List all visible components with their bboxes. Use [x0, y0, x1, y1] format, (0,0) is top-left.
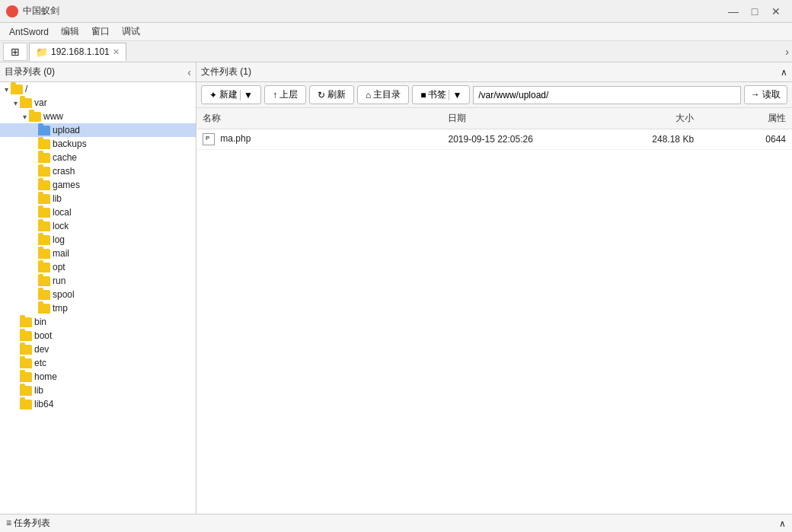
tree-label-log: log	[53, 234, 65, 245]
menu-antsword[interactable]: AntSword	[3, 25, 55, 39]
folder-icon-var	[20, 98, 32, 108]
folder-icon-games	[38, 180, 50, 190]
tree-item-spool[interactable]: spool	[0, 288, 196, 301]
tree-label-root: /	[25, 84, 27, 94]
tab-home-button[interactable]: ⊞	[3, 43, 27, 61]
left-panel-collapse-btn[interactable]: ‹	[187, 66, 191, 78]
folder-icon-root	[11, 84, 23, 94]
tree-item-crash[interactable]: crash	[0, 164, 196, 178]
tree-item-lib64[interactable]: lib64	[0, 397, 196, 411]
tree-label-backups: backups	[53, 139, 87, 149]
tree-item-bin[interactable]: bin	[0, 315, 196, 329]
window-controls: — □ ✕	[723, 4, 786, 19]
folder-icon-spool	[38, 290, 50, 300]
bookmark-dropdown-arrow[interactable]: ▼	[449, 90, 461, 100]
php-file-icon	[203, 133, 215, 145]
new-label: 新建	[219, 88, 238, 101]
up-button[interactable]: ↑ 上层	[264, 85, 306, 104]
tree-item-cache[interactable]: cache	[0, 151, 196, 164]
folder-icon-home	[20, 372, 32, 382]
tree-item-root[interactable]: ▾ /	[0, 82, 196, 96]
tree-item-var[interactable]: ▾ var	[0, 96, 196, 110]
tree-label-lib-var: lib	[53, 193, 62, 204]
tree-item-lib-root[interactable]: lib	[0, 384, 196, 397]
tree-label-lock: lock	[53, 221, 69, 231]
bottom-expand-btn[interactable]: ∧	[779, 518, 786, 529]
folder-icon-log	[38, 235, 50, 245]
expand-root-arrow[interactable]: ▾	[2, 85, 11, 94]
tree-label-upload: upload	[53, 125, 80, 135]
table-row[interactable]: ma.php 2019-09-15 22:05:26 248.18 Kb 064…	[196, 129, 792, 150]
directory-list-title: 目录列表 (0)	[5, 65, 55, 78]
folder-icon-www	[29, 112, 41, 122]
tree-label-local: local	[53, 207, 72, 218]
menu-edit[interactable]: 编辑	[55, 24, 85, 40]
file-list-title: 文件列表 (1)	[201, 65, 251, 78]
home-button[interactable]: ⌂ 主目录	[357, 85, 409, 104]
tree-item-opt[interactable]: opt	[0, 260, 196, 274]
tab-label: 192.168.1.101	[51, 46, 110, 57]
refresh-button[interactable]: ↻ 刷新	[309, 85, 354, 104]
tree-label-opt: opt	[53, 262, 65, 272]
tree-item-run[interactable]: run	[0, 274, 196, 288]
tree-item-log[interactable]: log	[0, 233, 196, 247]
folder-icon-etc	[20, 358, 32, 368]
tree-label-lib64: lib64	[34, 399, 53, 409]
bottom-bar: ≡ 任务列表 ∧	[0, 514, 792, 532]
home-label: 主目录	[373, 88, 401, 101]
menu-window[interactable]: 窗口	[85, 24, 116, 40]
new-dropdown-arrow[interactable]: ▼	[240, 90, 253, 100]
bookmark-button[interactable]: ■ 书签 ▼	[412, 85, 470, 104]
menu-debug[interactable]: 调试	[116, 24, 146, 40]
tree-item-lib-var[interactable]: lib	[0, 192, 196, 205]
tree-item-lock[interactable]: lock	[0, 219, 196, 233]
tree-item-upload[interactable]: upload	[0, 123, 196, 137]
app-title: 中国蚁剑	[23, 5, 59, 18]
new-icon: ✦	[209, 90, 217, 100]
tree-item-local[interactable]: local	[0, 205, 196, 219]
app-icon	[6, 5, 18, 18]
folder-icon-local	[38, 208, 50, 218]
folder-icon-boot	[20, 331, 32, 341]
col-header-size: 大小	[596, 108, 700, 129]
tree-item-www[interactable]: ▾ www	[0, 110, 196, 123]
tab-192-168-1-101[interactable]: 📁 192.168.1.101 ✕	[29, 43, 126, 61]
tree-item-mail[interactable]: mail	[0, 247, 196, 260]
col-header-date: 日期	[442, 108, 596, 129]
tree-item-dev[interactable]: dev	[0, 342, 196, 356]
tree-label-www: www	[43, 111, 63, 122]
tree-label-games: games	[53, 180, 80, 190]
tree-item-backups[interactable]: backups	[0, 137, 196, 151]
tree-item-home[interactable]: home	[0, 370, 196, 384]
file-perm-cell: 0644	[700, 129, 792, 150]
up-label: 上层	[279, 88, 298, 101]
tree-label-lib-root: lib	[34, 385, 43, 396]
col-header-perm: 属性	[700, 108, 792, 129]
tree-item-games[interactable]: games	[0, 178, 196, 192]
right-panel-expand-btn[interactable]: ∧	[781, 67, 787, 78]
tab-folder-icon: 📁	[36, 46, 48, 58]
bookmark-icon: ■	[420, 90, 426, 100]
go-button[interactable]: → 读取	[744, 85, 787, 104]
tab-close-button[interactable]: ✕	[113, 47, 120, 57]
minimize-button[interactable]: —	[723, 4, 743, 19]
new-button[interactable]: ✦ 新建 ▼	[201, 85, 261, 104]
tree-item-boot[interactable]: boot	[0, 329, 196, 342]
tree-label-mail: mail	[53, 248, 69, 259]
tree-item-tmp[interactable]: tmp	[0, 301, 196, 315]
folder-icon-lib-var	[38, 194, 50, 204]
tree-label-dev: dev	[34, 344, 49, 355]
tab-scroll-right[interactable]: ›	[785, 46, 789, 58]
left-panel: 目录列表 (0) ‹ ▾ / ▾ var ▾	[0, 62, 196, 514]
path-input[interactable]	[473, 86, 740, 104]
tree-item-etc[interactable]: etc	[0, 356, 196, 370]
folder-icon-mail	[38, 249, 50, 259]
close-button[interactable]: ✕	[766, 4, 786, 19]
directory-tree[interactable]: ▾ / ▾ var ▾ www	[0, 82, 196, 514]
tab-bar: ⊞ 📁 192.168.1.101 ✕ ›	[0, 41, 792, 62]
tree-label-bin: bin	[34, 317, 46, 327]
maximize-button[interactable]: □	[745, 4, 765, 19]
expand-var-arrow[interactable]: ▾	[11, 99, 20, 107]
expand-www-arrow[interactable]: ▾	[20, 113, 29, 121]
tree-label-home: home	[34, 371, 57, 382]
